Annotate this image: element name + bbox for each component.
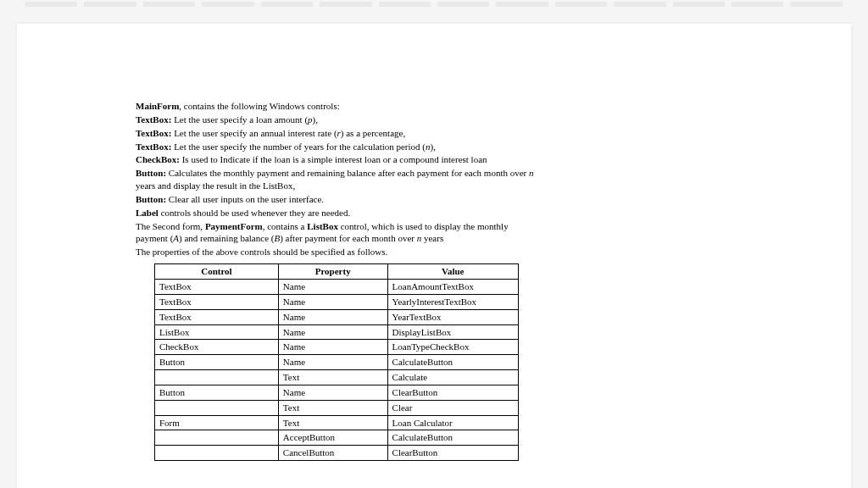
table-row: AcceptButtonCalculateButton xyxy=(155,430,519,446)
table-row: ButtonNameCalculateButton xyxy=(155,355,519,370)
secondform-paragraph: The Second form, PaymentForm, contains a… xyxy=(136,220,534,246)
table-cell xyxy=(155,370,279,385)
table-intro: The properties of the above controls sho… xyxy=(136,246,534,258)
table-cell: ListBox xyxy=(155,324,279,340)
top-ribbon xyxy=(0,0,868,19)
table-cell: Text xyxy=(278,370,387,385)
table-cell: LoanAmountTextBox xyxy=(387,279,518,294)
table-cell: YearlyInterestTextBox xyxy=(387,294,518,309)
table-row: TextClear xyxy=(155,400,519,415)
textbox2-line: TextBox: Let the user specify an annual … xyxy=(136,127,534,140)
table-cell xyxy=(155,446,279,461)
table-cell: Name xyxy=(278,324,387,340)
table-cell: Form xyxy=(155,415,279,430)
button2-line: Button: Clear all user inputs on the use… xyxy=(136,193,534,206)
table-cell: Clear xyxy=(387,400,518,415)
header-control: Control xyxy=(155,264,279,280)
table-cell: Text xyxy=(278,415,387,430)
table-row: ButtonNameClearButton xyxy=(155,385,519,400)
table-cell: CancelButton xyxy=(278,446,387,461)
table-row: TextBoxNameYearlyInterestTextBox xyxy=(155,294,519,309)
table-cell: Text xyxy=(278,400,387,415)
table-cell: TextBox xyxy=(155,294,279,309)
table-cell: ClearButton xyxy=(387,385,518,400)
table-cell: Name xyxy=(278,385,387,400)
table-cell: ClearButton xyxy=(387,446,518,461)
table-cell: TextBox xyxy=(155,309,279,324)
table-row: TextCalculate xyxy=(155,370,519,385)
table-row: TextBoxNameLoanAmountTextBox xyxy=(155,279,519,294)
table-cell: Name xyxy=(278,309,387,324)
textbox3-line: TextBox: Let the user specify the number… xyxy=(136,141,534,153)
properties-table: Control Property Value TextBoxNameLoanAm… xyxy=(154,263,519,461)
table-cell: YearTextBox xyxy=(387,309,518,324)
table-cell xyxy=(155,400,279,415)
mainform-line: MainForm, contains the following Windows… xyxy=(136,100,534,113)
table-cell: Name xyxy=(278,294,387,309)
table-cell: CalculateButton xyxy=(387,355,518,370)
button1-line: Button: Calculates the monthly payment a… xyxy=(136,167,534,192)
header-value: Value xyxy=(387,264,518,280)
table-cell: Calculate xyxy=(387,370,518,385)
document-content: MainForm, contains the following Windows… xyxy=(136,100,534,461)
checkbox-line: CheckBox: Is used to Indicate if the loa… xyxy=(136,153,534,166)
table-row: ListBoxNameDisplayListBox xyxy=(155,324,519,340)
table-cell: LoanTypeCheckBox xyxy=(387,340,518,355)
textbox1-line: TextBox: Let the user specify a loan amo… xyxy=(136,114,534,126)
label-line: Label controls should be used whenever t… xyxy=(136,207,534,219)
table-row: TextBoxNameYearTextBox xyxy=(155,309,519,324)
table-cell: Name xyxy=(278,279,387,294)
table-row: FormTextLoan Calculator xyxy=(155,415,519,430)
table-cell: CheckBox xyxy=(155,340,279,355)
table-header-row: Control Property Value xyxy=(155,264,519,280)
table-cell: CalculateButton xyxy=(387,430,518,446)
header-property: Property xyxy=(278,264,387,280)
table-cell: DisplayListBox xyxy=(387,324,518,340)
document-page: MainForm, contains the following Windows… xyxy=(17,24,851,488)
table-cell: Button xyxy=(155,385,279,400)
table-row: CheckBoxNameLoanTypeCheckBox xyxy=(155,340,519,355)
table-cell: Name xyxy=(278,340,387,355)
table-cell: Name xyxy=(278,355,387,370)
table-cell xyxy=(155,430,279,446)
table-cell: AcceptButton xyxy=(278,430,387,446)
table-cell: Button xyxy=(155,355,279,370)
table-row: CancelButtonClearButton xyxy=(155,446,519,461)
mainform-bold: MainForm xyxy=(136,101,179,111)
table-cell: TextBox xyxy=(155,279,279,294)
table-cell: Loan Calculator xyxy=(387,415,518,430)
